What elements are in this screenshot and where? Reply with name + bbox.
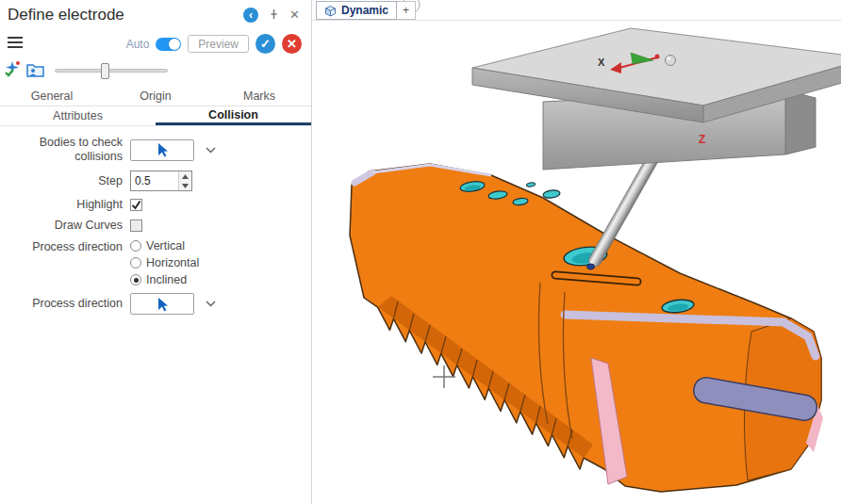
radio-vertical[interactable]: Vertical bbox=[130, 239, 311, 252]
tab-general[interactable]: General bbox=[0, 87, 104, 106]
hole bbox=[543, 189, 561, 199]
bodies-pick-button[interactable] bbox=[130, 139, 194, 161]
radio-inclined[interactable]: Inclined bbox=[130, 273, 311, 286]
close-icon[interactable]: ✕ bbox=[289, 8, 300, 22]
rod-tip bbox=[587, 264, 595, 269]
panel-header: Define electrode ‹ ✕ bbox=[0, 0, 311, 28]
back-icon[interactable]: ‹ bbox=[243, 8, 258, 23]
sphere-highlight bbox=[667, 57, 670, 60]
cancel-button[interactable]: ✕ bbox=[282, 34, 302, 54]
tool-row bbox=[0, 58, 311, 83]
electrode-body bbox=[350, 164, 823, 492]
new-view-tab[interactable]: + bbox=[397, 1, 416, 20]
origin-dot bbox=[655, 55, 660, 59]
x-axis-label: X bbox=[598, 57, 605, 68]
auto-label: Auto bbox=[126, 38, 150, 51]
radio-horizontal[interactable]: Horizontal bbox=[130, 256, 311, 269]
process-direction-label: Process direction bbox=[0, 239, 123, 254]
confirm-button[interactable]: ✓ bbox=[256, 34, 275, 54]
collision-form: Bodies to check collisions Step bbox=[0, 126, 311, 315]
cube-icon bbox=[324, 5, 337, 17]
tab-row-1: General Origin Marks bbox=[0, 87, 311, 106]
tab-dynamic-label: Dynamic bbox=[341, 4, 388, 17]
tab-attributes[interactable]: Attributes bbox=[0, 106, 156, 125]
tab-dynamic[interactable]: Dynamic bbox=[316, 1, 397, 20]
z-axis-label: Z bbox=[699, 133, 705, 146]
hole bbox=[526, 182, 535, 187]
chevron-down-icon[interactable] bbox=[206, 301, 216, 307]
highlight-label: Highlight bbox=[0, 198, 123, 212]
load-electrode-icon[interactable] bbox=[25, 59, 45, 83]
step-input[interactable] bbox=[131, 171, 178, 190]
process-direction-pick-button[interactable] bbox=[130, 293, 194, 315]
slider-thumb[interactable] bbox=[101, 63, 109, 79]
electrode-wizard-icon[interactable] bbox=[3, 59, 23, 83]
process-direction-radios: Vertical Horizontal Inclined bbox=[130, 239, 311, 286]
transparency-slider[interactable] bbox=[55, 69, 168, 73]
step-down-button[interactable] bbox=[179, 181, 191, 190]
tab-marks[interactable]: Marks bbox=[207, 87, 311, 106]
process-direction-pick-label: Process direction bbox=[0, 297, 123, 311]
command-row: Auto Preview ✓ ✕ bbox=[0, 32, 311, 57]
auto-toggle[interactable] bbox=[156, 38, 181, 51]
step-label: Step bbox=[0, 174, 123, 188]
preview-button[interactable]: Preview bbox=[188, 35, 249, 53]
step-up-button[interactable] bbox=[179, 171, 191, 181]
tab-collision[interactable]: Collision bbox=[156, 106, 311, 125]
viewport-canvas[interactable]: Z X bbox=[312, 0, 841, 504]
tab-origin[interactable]: Origin bbox=[104, 87, 207, 106]
chevron-down-icon[interactable] bbox=[206, 147, 216, 154]
draw-curves-label: Draw Curves bbox=[0, 219, 123, 233]
app-window: Define electrode ‹ ✕ Auto Preview ✓ ✕ bbox=[0, 0, 841, 504]
cursor-icon bbox=[157, 297, 169, 312]
step-field bbox=[130, 171, 192, 191]
cursor-icon bbox=[157, 142, 169, 157]
bodies-to-check-label: Bodies to check collisions bbox=[0, 136, 123, 164]
check-icon bbox=[131, 200, 141, 210]
define-electrode-panel: Define electrode ‹ ✕ Auto Preview ✓ ✕ bbox=[0, 0, 312, 504]
highlight-checkbox[interactable] bbox=[130, 199, 142, 211]
pin-icon[interactable] bbox=[269, 7, 279, 24]
origin-sphere bbox=[666, 56, 676, 66]
menu-icon[interactable] bbox=[8, 37, 23, 51]
viewport-tab-bar: Dynamic + bbox=[312, 0, 841, 21]
tab-row-2: Attributes Collision bbox=[0, 106, 311, 126]
draw-curves-checkbox[interactable] bbox=[130, 219, 142, 232]
viewport: Z X bbox=[312, 0, 841, 504]
